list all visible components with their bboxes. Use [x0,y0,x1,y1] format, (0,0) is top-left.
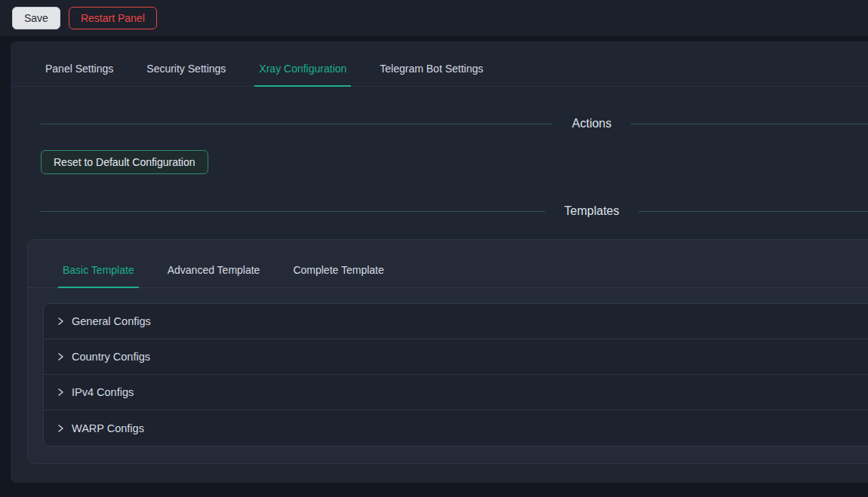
divider-line [639,211,868,212]
collapse-item-warp-configs[interactable]: WARP Configs [44,410,868,446]
divider-line [631,124,868,124]
settings-tabs: Panel Settings Security Settings Xray Co… [11,41,868,87]
collapse-item-label: IPv4 Configs [72,386,134,398]
collapse-item-general-configs[interactable]: General Configs [44,304,868,339]
top-toolbar: Save Restart Panel [0,0,868,36]
actions-divider: Actions [41,117,868,130]
tab-telegram-bot-settings[interactable]: Telegram Bot Settings [375,63,488,86]
divider-line [41,211,545,212]
tab-xray-configuration[interactable]: Xray Configuration [254,63,351,86]
templates-divider-label: Templates [565,204,620,218]
settings-card: Panel Settings Security Settings Xray Co… [11,41,868,483]
tab-complete-template[interactable]: Complete Template [288,264,388,287]
collapse-item-label: WARP Configs [72,422,144,434]
tab-security-settings[interactable]: Security Settings [142,63,230,86]
collapse-item-label: Country Configs [72,351,150,363]
collapse-item-ipv4-configs[interactable]: IPv4 Configs [44,375,868,410]
reset-default-config-button[interactable]: Reset to Default Configuration [41,150,208,174]
templates-divider: Templates [41,204,868,218]
collapse-item-country-configs[interactable]: Country Configs [44,339,868,375]
collapse-item-label: General Configs [72,315,151,327]
templates-card: Basic Template Advanced Template Complet… [27,239,868,464]
chevron-right-icon [56,388,65,397]
tab-advanced-template[interactable]: Advanced Template [163,264,265,287]
tab-panel-settings[interactable]: Panel Settings [41,63,118,86]
save-button[interactable]: Save [12,7,60,29]
chevron-right-icon [56,352,65,361]
template-tabs: Basic Template Advanced Template Complet… [28,240,868,288]
restart-panel-button[interactable]: Restart Panel [69,7,157,29]
chevron-right-icon [56,424,65,433]
divider-line [41,124,553,124]
actions-divider-label: Actions [572,117,611,130]
tab-basic-template[interactable]: Basic Template [58,264,139,287]
chevron-right-icon [56,317,65,326]
template-collapse: General Configs Country Configs IPv4 Con… [43,303,868,446]
